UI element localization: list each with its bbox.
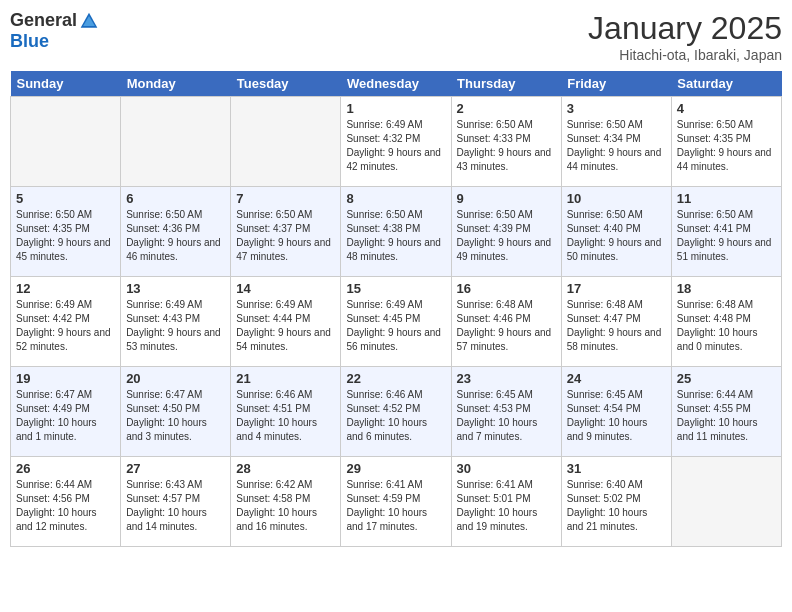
calendar-cell: 1Sunrise: 6:49 AM Sunset: 4:32 PM Daylig… bbox=[341, 97, 451, 187]
calendar-cell: 3Sunrise: 6:50 AM Sunset: 4:34 PM Daylig… bbox=[561, 97, 671, 187]
day-info: Sunrise: 6:43 AM Sunset: 4:57 PM Dayligh… bbox=[126, 478, 225, 534]
day-info: Sunrise: 6:48 AM Sunset: 4:47 PM Dayligh… bbox=[567, 298, 666, 354]
calendar-cell: 15Sunrise: 6:49 AM Sunset: 4:45 PM Dayli… bbox=[341, 277, 451, 367]
calendar-cell: 4Sunrise: 6:50 AM Sunset: 4:35 PM Daylig… bbox=[671, 97, 781, 187]
day-number: 5 bbox=[16, 191, 115, 206]
title-block: January 2025 Hitachi-ota, Ibaraki, Japan bbox=[588, 10, 782, 63]
calendar-cell bbox=[671, 457, 781, 547]
calendar-week-row: 12Sunrise: 6:49 AM Sunset: 4:42 PM Dayli… bbox=[11, 277, 782, 367]
day-number: 4 bbox=[677, 101, 776, 116]
day-info: Sunrise: 6:49 AM Sunset: 4:44 PM Dayligh… bbox=[236, 298, 335, 354]
day-info: Sunrise: 6:42 AM Sunset: 4:58 PM Dayligh… bbox=[236, 478, 335, 534]
day-info: Sunrise: 6:47 AM Sunset: 4:50 PM Dayligh… bbox=[126, 388, 225, 444]
calendar-cell: 28Sunrise: 6:42 AM Sunset: 4:58 PM Dayli… bbox=[231, 457, 341, 547]
calendar-week-row: 5Sunrise: 6:50 AM Sunset: 4:35 PM Daylig… bbox=[11, 187, 782, 277]
day-number: 17 bbox=[567, 281, 666, 296]
day-info: Sunrise: 6:45 AM Sunset: 4:54 PM Dayligh… bbox=[567, 388, 666, 444]
day-number: 24 bbox=[567, 371, 666, 386]
logo-blue-text: Blue bbox=[10, 31, 49, 51]
logo-icon bbox=[79, 11, 99, 31]
day-info: Sunrise: 6:50 AM Sunset: 4:35 PM Dayligh… bbox=[16, 208, 115, 264]
day-number: 22 bbox=[346, 371, 445, 386]
day-info: Sunrise: 6:46 AM Sunset: 4:51 PM Dayligh… bbox=[236, 388, 335, 444]
day-header-row: SundayMondayTuesdayWednesdayThursdayFrid… bbox=[11, 71, 782, 97]
calendar-cell: 30Sunrise: 6:41 AM Sunset: 5:01 PM Dayli… bbox=[451, 457, 561, 547]
day-number: 3 bbox=[567, 101, 666, 116]
column-header-monday: Monday bbox=[121, 71, 231, 97]
calendar-cell: 14Sunrise: 6:49 AM Sunset: 4:44 PM Dayli… bbox=[231, 277, 341, 367]
day-number: 9 bbox=[457, 191, 556, 206]
calendar-cell: 11Sunrise: 6:50 AM Sunset: 4:41 PM Dayli… bbox=[671, 187, 781, 277]
calendar-cell: 17Sunrise: 6:48 AM Sunset: 4:47 PM Dayli… bbox=[561, 277, 671, 367]
day-number: 11 bbox=[677, 191, 776, 206]
calendar-cell: 25Sunrise: 6:44 AM Sunset: 4:55 PM Dayli… bbox=[671, 367, 781, 457]
day-info: Sunrise: 6:46 AM Sunset: 4:52 PM Dayligh… bbox=[346, 388, 445, 444]
day-number: 13 bbox=[126, 281, 225, 296]
column-header-tuesday: Tuesday bbox=[231, 71, 341, 97]
day-info: Sunrise: 6:50 AM Sunset: 4:40 PM Dayligh… bbox=[567, 208, 666, 264]
day-number: 16 bbox=[457, 281, 556, 296]
calendar-cell: 26Sunrise: 6:44 AM Sunset: 4:56 PM Dayli… bbox=[11, 457, 121, 547]
day-number: 6 bbox=[126, 191, 225, 206]
calendar-cell: 8Sunrise: 6:50 AM Sunset: 4:38 PM Daylig… bbox=[341, 187, 451, 277]
calendar-cell: 20Sunrise: 6:47 AM Sunset: 4:50 PM Dayli… bbox=[121, 367, 231, 457]
day-number: 8 bbox=[346, 191, 445, 206]
day-number: 29 bbox=[346, 461, 445, 476]
calendar-cell: 29Sunrise: 6:41 AM Sunset: 4:59 PM Dayli… bbox=[341, 457, 451, 547]
day-info: Sunrise: 6:50 AM Sunset: 4:41 PM Dayligh… bbox=[677, 208, 776, 264]
day-info: Sunrise: 6:44 AM Sunset: 4:55 PM Dayligh… bbox=[677, 388, 776, 444]
day-info: Sunrise: 6:50 AM Sunset: 4:35 PM Dayligh… bbox=[677, 118, 776, 174]
day-number: 28 bbox=[236, 461, 335, 476]
calendar-cell: 22Sunrise: 6:46 AM Sunset: 4:52 PM Dayli… bbox=[341, 367, 451, 457]
calendar-cell: 21Sunrise: 6:46 AM Sunset: 4:51 PM Dayli… bbox=[231, 367, 341, 457]
calendar-cell: 16Sunrise: 6:48 AM Sunset: 4:46 PM Dayli… bbox=[451, 277, 561, 367]
day-number: 10 bbox=[567, 191, 666, 206]
calendar-cell: 2Sunrise: 6:50 AM Sunset: 4:33 PM Daylig… bbox=[451, 97, 561, 187]
calendar-table: SundayMondayTuesdayWednesdayThursdayFrid… bbox=[10, 71, 782, 547]
day-info: Sunrise: 6:50 AM Sunset: 4:34 PM Dayligh… bbox=[567, 118, 666, 174]
column-header-saturday: Saturday bbox=[671, 71, 781, 97]
page-header: General Blue January 2025 Hitachi-ota, I… bbox=[10, 10, 782, 63]
day-number: 15 bbox=[346, 281, 445, 296]
calendar-cell: 9Sunrise: 6:50 AM Sunset: 4:39 PM Daylig… bbox=[451, 187, 561, 277]
calendar-cell: 19Sunrise: 6:47 AM Sunset: 4:49 PM Dayli… bbox=[11, 367, 121, 457]
logo: General Blue bbox=[10, 10, 99, 52]
calendar-week-row: 19Sunrise: 6:47 AM Sunset: 4:49 PM Dayli… bbox=[11, 367, 782, 457]
calendar-title: January 2025 bbox=[588, 10, 782, 47]
day-info: Sunrise: 6:48 AM Sunset: 4:46 PM Dayligh… bbox=[457, 298, 556, 354]
day-number: 27 bbox=[126, 461, 225, 476]
day-number: 14 bbox=[236, 281, 335, 296]
day-number: 21 bbox=[236, 371, 335, 386]
day-info: Sunrise: 6:48 AM Sunset: 4:48 PM Dayligh… bbox=[677, 298, 776, 354]
day-number: 2 bbox=[457, 101, 556, 116]
day-info: Sunrise: 6:40 AM Sunset: 5:02 PM Dayligh… bbox=[567, 478, 666, 534]
calendar-cell: 31Sunrise: 6:40 AM Sunset: 5:02 PM Dayli… bbox=[561, 457, 671, 547]
day-info: Sunrise: 6:44 AM Sunset: 4:56 PM Dayligh… bbox=[16, 478, 115, 534]
day-info: Sunrise: 6:41 AM Sunset: 5:01 PM Dayligh… bbox=[457, 478, 556, 534]
day-number: 30 bbox=[457, 461, 556, 476]
day-info: Sunrise: 6:49 AM Sunset: 4:42 PM Dayligh… bbox=[16, 298, 115, 354]
day-info: Sunrise: 6:50 AM Sunset: 4:38 PM Dayligh… bbox=[346, 208, 445, 264]
day-info: Sunrise: 6:47 AM Sunset: 4:49 PM Dayligh… bbox=[16, 388, 115, 444]
day-info: Sunrise: 6:50 AM Sunset: 4:33 PM Dayligh… bbox=[457, 118, 556, 174]
calendar-cell bbox=[11, 97, 121, 187]
calendar-cell bbox=[231, 97, 341, 187]
calendar-cell: 10Sunrise: 6:50 AM Sunset: 4:40 PM Dayli… bbox=[561, 187, 671, 277]
calendar-cell: 23Sunrise: 6:45 AM Sunset: 4:53 PM Dayli… bbox=[451, 367, 561, 457]
calendar-week-row: 26Sunrise: 6:44 AM Sunset: 4:56 PM Dayli… bbox=[11, 457, 782, 547]
calendar-cell: 18Sunrise: 6:48 AM Sunset: 4:48 PM Dayli… bbox=[671, 277, 781, 367]
column-header-sunday: Sunday bbox=[11, 71, 121, 97]
calendar-cell: 13Sunrise: 6:49 AM Sunset: 4:43 PM Dayli… bbox=[121, 277, 231, 367]
column-header-thursday: Thursday bbox=[451, 71, 561, 97]
calendar-cell: 7Sunrise: 6:50 AM Sunset: 4:37 PM Daylig… bbox=[231, 187, 341, 277]
calendar-cell: 12Sunrise: 6:49 AM Sunset: 4:42 PM Dayli… bbox=[11, 277, 121, 367]
calendar-cell: 5Sunrise: 6:50 AM Sunset: 4:35 PM Daylig… bbox=[11, 187, 121, 277]
calendar-cell: 24Sunrise: 6:45 AM Sunset: 4:54 PM Dayli… bbox=[561, 367, 671, 457]
calendar-week-row: 1Sunrise: 6:49 AM Sunset: 4:32 PM Daylig… bbox=[11, 97, 782, 187]
day-number: 31 bbox=[567, 461, 666, 476]
day-info: Sunrise: 6:50 AM Sunset: 4:37 PM Dayligh… bbox=[236, 208, 335, 264]
logo-general-text: General bbox=[10, 10, 77, 31]
day-number: 25 bbox=[677, 371, 776, 386]
day-info: Sunrise: 6:49 AM Sunset: 4:45 PM Dayligh… bbox=[346, 298, 445, 354]
day-info: Sunrise: 6:49 AM Sunset: 4:32 PM Dayligh… bbox=[346, 118, 445, 174]
